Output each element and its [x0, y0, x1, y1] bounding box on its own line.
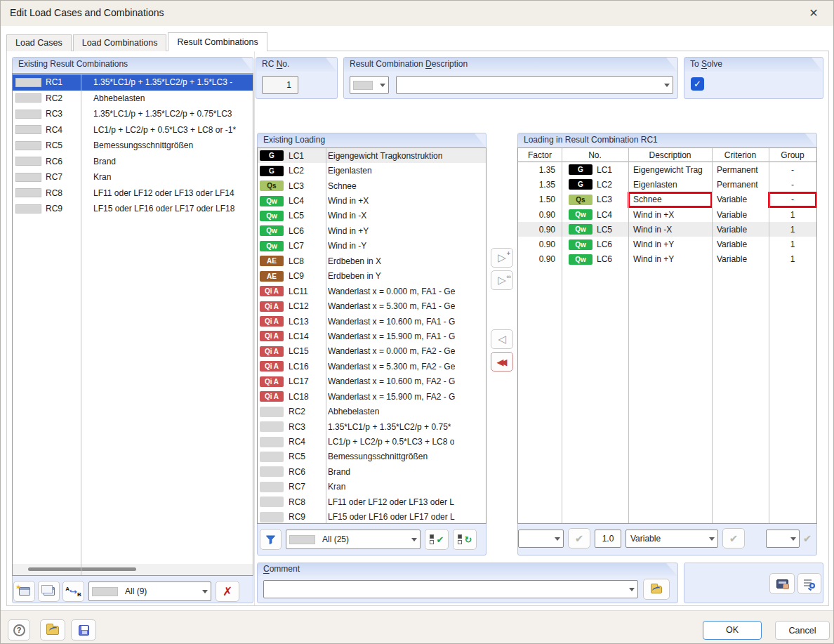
- remove-all-button[interactable]: ◀◀: [491, 352, 513, 372]
- loading-row[interactable]: G LC2 Eigenlasten: [258, 163, 486, 178]
- result-combination-row[interactable]: RC6 Brand: [13, 154, 253, 170]
- table-row[interactable]: 1.35 G LC1 Eigengewicht Trag Permanent -: [518, 162, 816, 177]
- loading-row[interactable]: RC9 LF15 oder LF16 oder LF17 oder L: [258, 510, 486, 525]
- result-combination-row[interactable]: RC1 1.35*LC1/p + 1.35*LC2/p + 1.5*LC3 -: [13, 74, 253, 91]
- table-row[interactable]: 1.35 G LC2 Eigenlasten Permanent -: [518, 177, 816, 192]
- loading-row[interactable]: Qi A LC14 Wanderlast x = 15.900 m, FA1 -…: [258, 329, 486, 343]
- combinations-filter-select[interactable]: All (9): [88, 581, 211, 601]
- result-combination-row[interactable]: RC3 1.35*LC1/p + 1.35*LC2/p + 0.75*LC3: [13, 106, 253, 122]
- cell-criterion: Variable: [712, 237, 769, 251]
- load-type-badge: [260, 421, 284, 432]
- rc-number-field[interactable]: 1: [262, 76, 298, 94]
- table-row[interactable]: 0.90 Qw LC6 Wind in +Y Variable 1: [518, 237, 816, 251]
- loading-row[interactable]: Qi A LC17 Wanderlast x = 10.600 m, FA2 -…: [258, 374, 486, 389]
- cell-criterion: Variable: [712, 207, 769, 222]
- apply-group-button[interactable]: ✔: [796, 528, 819, 548]
- invert-selection-button[interactable]: ↻: [453, 529, 477, 550]
- table-row[interactable]: 1.50 Qs LC3 Schnee Variable -: [518, 192, 816, 207]
- table-row[interactable]: 0.90 Qw LC5 Wind in -X Variable 1: [518, 222, 816, 237]
- remove-all-icon: ◀◀: [497, 357, 508, 367]
- loading-row[interactable]: G LC1 Eigengewicht Tragkonstruktion: [258, 148, 486, 163]
- loading-row[interactable]: Qw LC5 Wind in -X: [258, 209, 486, 223]
- insert-comment-button[interactable]: [643, 579, 670, 600]
- loading-row[interactable]: Qs LC3 Schnee: [258, 178, 486, 193]
- remove-from-combination-button[interactable]: ◁: [491, 329, 513, 349]
- open-button[interactable]: [40, 619, 65, 640]
- close-button[interactable]: ✕: [798, 1, 829, 26]
- ok-button[interactable]: OK: [703, 621, 762, 640]
- renumber-button[interactable]: A ↪ B: [62, 581, 84, 602]
- rc-description: Kran: [93, 172, 111, 182]
- result-combination-row[interactable]: RC9 LF15 oder LF16 oder LF17 oder LF18: [13, 201, 253, 217]
- delete-combination-button[interactable]: ✗: [216, 581, 239, 602]
- horizontal-scrollbar-thumb[interactable]: [28, 567, 136, 571]
- result-combination-row[interactable]: RC5 Bemessungsschnittgrößen: [13, 138, 253, 154]
- cancel-button[interactable]: Cancel: [775, 621, 830, 640]
- loading-filter-select[interactable]: All (25): [286, 530, 421, 549]
- result-combinations-list[interactable]: RC1 1.35*LC1/p + 1.35*LC2/p + 1.5*LC3 - …: [12, 73, 253, 576]
- check-combinations-button[interactable]: [797, 573, 821, 594]
- loading-row[interactable]: Qi A LC15 Wanderlast x = 0.000 m, FA2 - …: [258, 344, 486, 359]
- select-all-icon: [430, 534, 435, 544]
- criterion-select[interactable]: Variable: [626, 530, 718, 548]
- load-type-badge: Qw: [260, 196, 284, 206]
- table-row[interactable]: 0.90 Qw LC6 Wind in +Y Variable 1: [518, 252, 816, 267]
- result-combination-row[interactable]: RC7 Kran: [13, 169, 253, 185]
- loading-description: Brand: [328, 467, 350, 477]
- new-combination-button[interactable]: ✶: [13, 581, 35, 602]
- loading-row[interactable]: Qi A LC12 Wanderlast x = 5.300 m, FA1 - …: [258, 298, 486, 313]
- copy-combination-button[interactable]: [38, 581, 60, 602]
- loading-row[interactable]: RC5 Bemessungsschnittgrößen: [258, 449, 486, 464]
- edit-settings-button[interactable]: [769, 573, 795, 594]
- loading-row[interactable]: Qw LC4 Wind in +X: [258, 193, 486, 208]
- factor-field[interactable]: 1.0: [595, 530, 621, 548]
- result-combination-row[interactable]: RC8 LF11 oder LF12 oder LF13 oder LF14: [13, 185, 253, 202]
- loading-row[interactable]: Qi A LC11 Wanderlast x = 0.000 m, FA1 - …: [258, 284, 486, 298]
- loading-row[interactable]: RC8 LF11 oder LF12 oder LF13 oder L: [258, 494, 486, 509]
- add-to-combination-button[interactable]: ▷ +: [491, 248, 513, 268]
- column-header: Description: [628, 150, 712, 160]
- load-case-select[interactable]: [518, 530, 564, 548]
- chevron-down-icon: [411, 538, 417, 541]
- loading-row[interactable]: Qw LC6 Wind in +Y: [258, 223, 486, 238]
- color-select[interactable]: [350, 76, 389, 94]
- loading-in-rc-table[interactable]: Factor No. Description Criterion Group 1…: [517, 147, 817, 524]
- filter-button[interactable]: [260, 529, 282, 550]
- loading-row[interactable]: Qw LC7 Wind in -Y: [258, 239, 486, 254]
- tab[interactable]: Result Combinations: [168, 32, 267, 51]
- apply-criterion-button[interactable]: ✔: [722, 528, 745, 548]
- horizontal-scrollbar[interactable]: [13, 564, 253, 575]
- loading-row[interactable]: AE LC9 Erdbeben in Y: [258, 269, 486, 284]
- apply-load-case-button[interactable]: ✔: [568, 528, 590, 548]
- existing-loading-list[interactable]: G LC1 Eigengewicht Tragkonstruktion G LC…: [257, 147, 486, 524]
- help-button[interactable]: ?: [8, 619, 30, 640]
- cell-criterion: Variable: [712, 252, 769, 267]
- result-combination-row[interactable]: RC4 LC1/p + LC2/p + 0.5*LC3 + LC8 or -1*: [13, 122, 253, 138]
- result-combination-row[interactable]: RC2 Abhebelasten: [13, 91, 253, 107]
- chevron-down-icon: [380, 84, 385, 87]
- loading-row[interactable]: RC4 LC1/p + LC2/p + 0.5*LC3 + LC8 o: [258, 434, 486, 449]
- table-row[interactable]: 0.90 Qw LC4 Wind in +X Variable 1: [518, 207, 816, 222]
- loading-row[interactable]: RC3 1.35*LC1/p + 1.35*LC2/p + 0.75*: [258, 419, 486, 434]
- cell-group: -: [769, 177, 816, 192]
- comment-combobox[interactable]: [263, 580, 638, 598]
- save-button[interactable]: [71, 619, 96, 640]
- cell-criterion: Permanent: [712, 177, 769, 192]
- loading-row[interactable]: Qi A LC16 Wanderlast x = 5.300 m, FA2 - …: [258, 359, 486, 374]
- group-select[interactable]: [766, 530, 800, 548]
- loading-row[interactable]: RC6 Brand: [258, 464, 486, 479]
- loading-id: RC3: [289, 422, 324, 432]
- tab[interactable]: Load Cases: [6, 34, 72, 51]
- description-combobox[interactable]: [396, 76, 673, 94]
- to-solve-checkbox[interactable]: ✓: [691, 77, 704, 91]
- loading-description: Abhebelasten: [328, 407, 379, 416]
- loading-row[interactable]: Qi A LC13 Wanderlast x = 10.600 m, FA1 -…: [258, 314, 486, 329]
- select-all-button[interactable]: ✔: [425, 529, 449, 550]
- to-solve-label: To Solve: [690, 59, 722, 69]
- add-or-combination-button[interactable]: ▷ ∞: [491, 270, 513, 290]
- loading-row[interactable]: RC2 Abhebelasten: [258, 404, 486, 419]
- tab[interactable]: Load Combinations: [73, 34, 167, 51]
- loading-row[interactable]: AE LC8 Erdbeben in X: [258, 254, 486, 268]
- loading-row[interactable]: Qi A LC18 Wanderlast x = 15.900 m, FA2 -…: [258, 389, 486, 404]
- loading-row[interactable]: RC7 Kran: [258, 480, 486, 494]
